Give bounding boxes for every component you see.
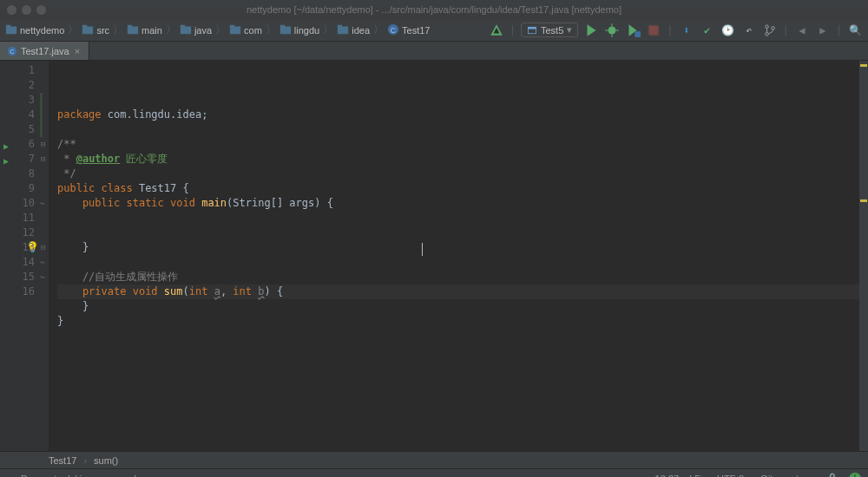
status-icon: ▭ (7, 473, 16, 477)
code-line[interactable] (57, 329, 868, 343)
code-line[interactable]: //自动生成属性操作 (57, 270, 868, 284)
crumb-separator: 〉 (373, 23, 384, 37)
code-area[interactable]: package com.lingdu.idea;/** * @author 匠心… (49, 61, 868, 451)
code-line[interactable] (57, 225, 868, 240)
crumb-separator: 〉 (215, 23, 226, 37)
fold-end-icon: ⌙ (41, 258, 45, 266)
file-encoding[interactable]: UTF-8≑ (717, 474, 750, 478)
back-icon[interactable]: ◀ (794, 23, 810, 38)
svg-rect-12 (338, 26, 348, 34)
forward-icon[interactable]: ▶ (815, 23, 831, 38)
line-number[interactable]: 11 (0, 211, 35, 225)
search-everywhere-icon[interactable]: 🔍 (847, 23, 863, 38)
line-number[interactable]: 14 (0, 255, 35, 270)
folder-icon (279, 23, 292, 37)
crumb-src[interactable]: src (82, 23, 109, 37)
code-editor[interactable]: 123456▶7▶89101112💡13141516 ⊟⊟⌙⊟⌙⌙ packag… (0, 61, 868, 451)
vcs-history-icon[interactable]: 🕑 (720, 23, 736, 38)
line-number[interactable]: 5 (0, 122, 35, 137)
line-number[interactable]: 10 (0, 196, 35, 211)
tab-close-button[interactable]: × (73, 46, 82, 56)
vcs-change-marker (40, 93, 43, 137)
code-line[interactable] (57, 255, 868, 270)
run-configuration-selector[interactable]: Test5 ▾ (521, 23, 578, 37)
crumb-main[interactable]: main (127, 23, 162, 37)
run-button[interactable] (583, 23, 599, 38)
hector-icon[interactable]: ! (849, 473, 861, 478)
stop-button[interactable] (646, 23, 661, 38)
fold-toggle-icon[interactable]: ⊟ (41, 140, 45, 148)
line-number[interactable]: 4 (0, 108, 35, 122)
code-line[interactable]: private void sum(int a, int b) { (57, 284, 868, 299)
crumb-java[interactable]: java (180, 23, 212, 37)
build-icon[interactable] (489, 23, 504, 38)
file-tab[interactable]: C Test17.java × (0, 42, 89, 60)
line-number-gutter[interactable]: 123456▶7▶89101112💡13141516 (0, 61, 40, 451)
fold-toggle-icon[interactable]: ⊟ (41, 243, 45, 252)
editor-breadcrumb: Test17 › sum() (0, 451, 868, 468)
warning-stripe-mark[interactable] (860, 64, 867, 67)
code-line[interactable]: } (57, 299, 868, 314)
line-number[interactable]: 2 (0, 78, 35, 93)
line-number[interactable]: 6▶ (0, 137, 35, 152)
code-line[interactable]: * @author 匠心零度 (57, 152, 868, 167)
coverage-button[interactable] (625, 23, 641, 38)
svg-point-27 (771, 26, 774, 29)
line-number[interactable]: 13 (0, 240, 35, 255)
warning-stripe-mark[interactable] (860, 199, 867, 202)
line-number[interactable]: 9 (0, 181, 35, 196)
text-caret (422, 243, 423, 256)
code-line[interactable]: /** (57, 137, 868, 152)
code-line[interactable]: public class Test17 { (57, 181, 868, 196)
vcs-revert-icon[interactable]: ↶ (741, 23, 757, 38)
branch-icon[interactable] (762, 23, 778, 38)
code-line[interactable]: } (57, 240, 868, 255)
git-branch[interactable]: Git: master ≑ (760, 474, 816, 478)
error-stripe[interactable] (859, 61, 868, 451)
code-line[interactable]: } (57, 314, 868, 329)
svg-text:C: C (391, 25, 396, 34)
crumb-test17[interactable]: CTest17 (387, 23, 430, 37)
code-line[interactable] (57, 122, 868, 137)
line-separator[interactable]: LF≑ (689, 474, 707, 478)
folder-icon (337, 23, 349, 37)
crumb-lingdu[interactable]: lingdu (279, 23, 319, 37)
code-line[interactable]: */ (57, 167, 868, 181)
crumb-separator: 〉 (113, 23, 123, 37)
line-number[interactable]: 15 (0, 270, 35, 284)
line-number[interactable]: 12 (0, 225, 35, 240)
chevron-down-icon: ▾ (567, 24, 572, 36)
crumb-separator: 〉 (266, 23, 276, 37)
svg-rect-24 (649, 25, 659, 35)
line-number[interactable]: 16 (0, 284, 35, 299)
crumb-idea[interactable]: idea (337, 23, 370, 37)
main-toolbar: nettydemo〉src〉main〉java〉com〉lingdu〉idea〉… (0, 19, 868, 42)
line-number[interactable]: 1 (0, 63, 35, 78)
breadcrumb-method[interactable]: sum() (94, 455, 118, 466)
line-number[interactable]: 3 (0, 93, 35, 108)
fold-gutter[interactable]: ⊟⊟⌙⊟⌙⌙ (40, 61, 49, 451)
navigation-breadcrumbs: nettydemo〉src〉main〉java〉com〉lingdu〉idea〉… (5, 23, 487, 37)
svg-rect-8 (230, 26, 240, 34)
readonly-lock-icon[interactable]: 🔒 (826, 473, 838, 477)
crumb-com[interactable]: com (229, 23, 262, 37)
line-number[interactable]: 7▶ (0, 152, 35, 167)
crumb-separator: 〉 (166, 23, 176, 37)
debug-button[interactable] (604, 23, 620, 38)
caret-position[interactable]: 13:27 (655, 474, 680, 478)
code-line[interactable]: public static void main(String[] args) { (57, 196, 868, 211)
svg-rect-6 (181, 26, 191, 34)
svg-point-18 (608, 26, 616, 34)
crumb-nettydemo[interactable]: nettydemo (5, 23, 64, 37)
breadcrumb-class[interactable]: Test17 (49, 455, 76, 466)
run-config-label: Test5 (541, 25, 563, 36)
code-line[interactable]: package com.lingdu.idea; (57, 108, 868, 122)
svg-point-26 (765, 32, 768, 36)
code-line[interactable] (57, 211, 868, 225)
svg-text:C: C (10, 48, 15, 56)
breadcrumb-separator: › (83, 455, 87, 466)
vcs-update-icon[interactable]: ⬇ (679, 23, 694, 38)
line-number[interactable]: 8 (0, 167, 35, 181)
vcs-commit-icon[interactable]: ✔ (700, 23, 715, 38)
fold-toggle-icon[interactable]: ⊟ (41, 154, 45, 163)
